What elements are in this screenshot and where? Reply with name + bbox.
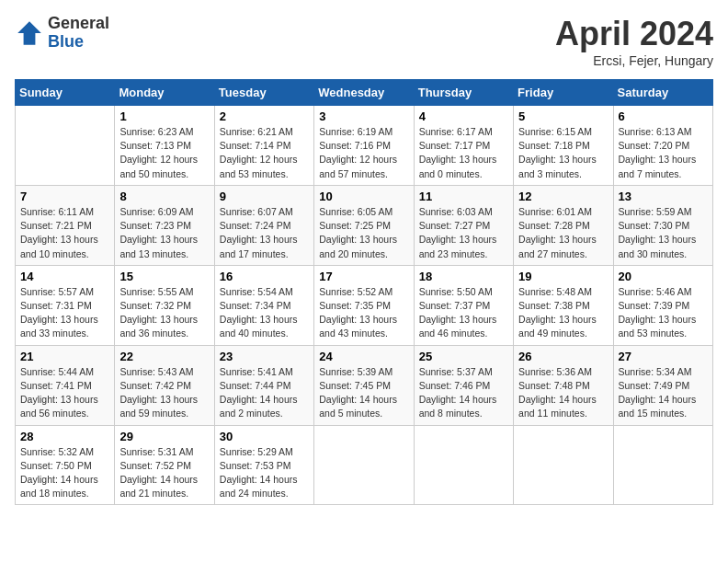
header-row: SundayMondayTuesdayWednesdayThursdayFrid… <box>16 80 713 106</box>
column-header-tuesday: Tuesday <box>214 80 313 106</box>
calendar-cell: 2Sunrise: 6:21 AMSunset: 7:14 PMDaylight… <box>214 106 313 186</box>
day-info: Sunrise: 5:36 AMSunset: 7:48 PMDaylight:… <box>518 365 608 421</box>
day-info: Sunrise: 6:21 AMSunset: 7:14 PMDaylight:… <box>220 125 309 181</box>
day-number: 19 <box>518 270 608 283</box>
day-number: 14 <box>20 270 109 283</box>
day-number: 21 <box>20 350 109 363</box>
calendar-cell: 25Sunrise: 5:37 AMSunset: 7:46 PMDayligh… <box>414 345 513 425</box>
calendar-cell: 16Sunrise: 5:54 AMSunset: 7:34 PMDayligh… <box>214 265 313 345</box>
calendar-cell: 23Sunrise: 5:41 AMSunset: 7:44 PMDayligh… <box>214 345 313 425</box>
calendar-cell: 3Sunrise: 6:19 AMSunset: 7:16 PMDaylight… <box>314 106 414 186</box>
day-info: Sunrise: 6:03 AMSunset: 7:27 PMDaylight:… <box>419 205 508 261</box>
day-number: 8 <box>119 190 209 203</box>
logo-text: General Blue <box>48 15 109 52</box>
day-number: 7 <box>20 190 109 203</box>
day-number: 17 <box>319 270 408 283</box>
logo-icon <box>15 18 44 48</box>
calendar-cell: 30Sunrise: 5:29 AMSunset: 7:53 PMDayligh… <box>214 425 313 505</box>
calendar-cell <box>414 425 513 505</box>
calendar-cell: 11Sunrise: 6:03 AMSunset: 7:27 PMDayligh… <box>414 185 513 265</box>
column-header-saturday: Saturday <box>613 80 712 106</box>
calendar-cell <box>514 425 613 505</box>
day-number: 29 <box>119 430 209 443</box>
calendar-cell: 13Sunrise: 5:59 AMSunset: 7:30 PMDayligh… <box>613 185 712 265</box>
calendar-cell: 12Sunrise: 6:01 AMSunset: 7:28 PMDayligh… <box>514 185 613 265</box>
day-number: 11 <box>419 190 508 203</box>
day-info: Sunrise: 6:17 AMSunset: 7:17 PMDaylight:… <box>419 125 508 181</box>
calendar-cell: 28Sunrise: 5:32 AMSunset: 7:50 PMDayligh… <box>16 425 115 505</box>
day-number: 9 <box>220 190 309 203</box>
day-number: 15 <box>119 270 209 283</box>
day-info: Sunrise: 5:59 AMSunset: 7:30 PMDaylight:… <box>619 205 708 261</box>
calendar-cell <box>314 425 414 505</box>
calendar-cell: 24Sunrise: 5:39 AMSunset: 7:45 PMDayligh… <box>314 345 414 425</box>
calendar-cell: 20Sunrise: 5:46 AMSunset: 7:39 PMDayligh… <box>613 265 712 345</box>
calendar-cell: 8Sunrise: 6:09 AMSunset: 7:23 PMDaylight… <box>115 185 214 265</box>
calendar-cell: 27Sunrise: 5:34 AMSunset: 7:49 PMDayligh… <box>613 345 712 425</box>
column-header-sunday: Sunday <box>16 80 115 106</box>
calendar-cell: 18Sunrise: 5:50 AMSunset: 7:37 PMDayligh… <box>414 265 513 345</box>
day-info: Sunrise: 5:39 AMSunset: 7:45 PMDaylight:… <box>319 365 408 421</box>
calendar-cell: 22Sunrise: 5:43 AMSunset: 7:42 PMDayligh… <box>115 345 214 425</box>
day-info: Sunrise: 6:15 AMSunset: 7:18 PMDaylight:… <box>518 125 608 181</box>
day-info: Sunrise: 5:32 AMSunset: 7:50 PMDaylight:… <box>20 445 109 501</box>
day-info: Sunrise: 6:05 AMSunset: 7:25 PMDaylight:… <box>319 205 408 261</box>
day-info: Sunrise: 6:01 AMSunset: 7:28 PMDaylight:… <box>518 205 608 261</box>
calendar-table: SundayMondayTuesdayWednesdayThursdayFrid… <box>15 79 713 505</box>
calendar-cell: 4Sunrise: 6:17 AMSunset: 7:17 PMDaylight… <box>414 106 513 186</box>
day-info: Sunrise: 5:31 AMSunset: 7:52 PMDaylight:… <box>119 445 209 501</box>
calendar-cell: 14Sunrise: 5:57 AMSunset: 7:31 PMDayligh… <box>16 265 115 345</box>
day-number: 24 <box>319 350 408 363</box>
day-number: 4 <box>419 109 508 123</box>
day-info: Sunrise: 6:11 AMSunset: 7:21 PMDaylight:… <box>20 205 109 261</box>
day-number: 22 <box>119 350 209 363</box>
calendar-week-2: 7Sunrise: 6:11 AMSunset: 7:21 PMDaylight… <box>16 185 713 265</box>
day-number: 30 <box>220 430 309 443</box>
month-title: April 2024 <box>555 15 713 53</box>
calendar-cell: 1Sunrise: 6:23 AMSunset: 7:13 PMDaylight… <box>115 106 214 186</box>
calendar-cell: 9Sunrise: 6:07 AMSunset: 7:24 PMDaylight… <box>214 185 313 265</box>
calendar-cell: 17Sunrise: 5:52 AMSunset: 7:35 PMDayligh… <box>314 265 414 345</box>
day-number: 16 <box>220 270 309 283</box>
day-info: Sunrise: 5:52 AMSunset: 7:35 PMDaylight:… <box>319 285 408 341</box>
day-number: 12 <box>518 190 608 203</box>
day-info: Sunrise: 5:55 AMSunset: 7:32 PMDaylight:… <box>119 285 209 341</box>
day-number: 1 <box>119 109 209 123</box>
day-number: 2 <box>220 109 309 123</box>
calendar-cell: 15Sunrise: 5:55 AMSunset: 7:32 PMDayligh… <box>115 265 214 345</box>
day-number: 27 <box>619 350 708 363</box>
day-number: 5 <box>518 109 608 123</box>
calendar-cell: 7Sunrise: 6:11 AMSunset: 7:21 PMDaylight… <box>16 185 115 265</box>
day-number: 6 <box>619 109 708 123</box>
calendar-cell <box>16 106 115 186</box>
day-info: Sunrise: 5:50 AMSunset: 7:37 PMDaylight:… <box>419 285 508 341</box>
column-header-wednesday: Wednesday <box>314 80 414 106</box>
column-header-monday: Monday <box>115 80 214 106</box>
day-info: Sunrise: 5:29 AMSunset: 7:53 PMDaylight:… <box>220 445 309 501</box>
day-info: Sunrise: 5:44 AMSunset: 7:41 PMDaylight:… <box>20 365 109 421</box>
logo-general: General <box>48 15 109 33</box>
svg-marker-0 <box>17 21 41 45</box>
calendar-week-4: 21Sunrise: 5:44 AMSunset: 7:41 PMDayligh… <box>16 345 713 425</box>
calendar-week-1: 1Sunrise: 6:23 AMSunset: 7:13 PMDaylight… <box>16 106 713 186</box>
calendar-cell <box>613 425 712 505</box>
logo-blue: Blue <box>48 33 109 52</box>
title-block: April 2024 Ercsi, Fejer, Hungary <box>555 15 713 68</box>
calendar-cell: 29Sunrise: 5:31 AMSunset: 7:52 PMDayligh… <box>115 425 214 505</box>
day-info: Sunrise: 6:07 AMSunset: 7:24 PMDaylight:… <box>220 205 309 261</box>
day-info: Sunrise: 6:13 AMSunset: 7:20 PMDaylight:… <box>619 125 708 181</box>
day-info: Sunrise: 6:09 AMSunset: 7:23 PMDaylight:… <box>119 205 209 261</box>
day-number: 28 <box>20 430 109 443</box>
day-number: 3 <box>319 109 408 123</box>
day-number: 25 <box>419 350 508 363</box>
calendar-week-3: 14Sunrise: 5:57 AMSunset: 7:31 PMDayligh… <box>16 265 713 345</box>
day-number: 13 <box>619 190 708 203</box>
calendar-cell: 10Sunrise: 6:05 AMSunset: 7:25 PMDayligh… <box>314 185 414 265</box>
day-number: 20 <box>619 270 708 283</box>
day-info: Sunrise: 5:57 AMSunset: 7:31 PMDaylight:… <box>20 285 109 341</box>
calendar-cell: 21Sunrise: 5:44 AMSunset: 7:41 PMDayligh… <box>16 345 115 425</box>
calendar-cell: 26Sunrise: 5:36 AMSunset: 7:48 PMDayligh… <box>514 345 613 425</box>
day-info: Sunrise: 5:43 AMSunset: 7:42 PMDaylight:… <box>119 365 209 421</box>
day-info: Sunrise: 5:46 AMSunset: 7:39 PMDaylight:… <box>619 285 708 341</box>
calendar-week-5: 28Sunrise: 5:32 AMSunset: 7:50 PMDayligh… <box>16 425 713 505</box>
